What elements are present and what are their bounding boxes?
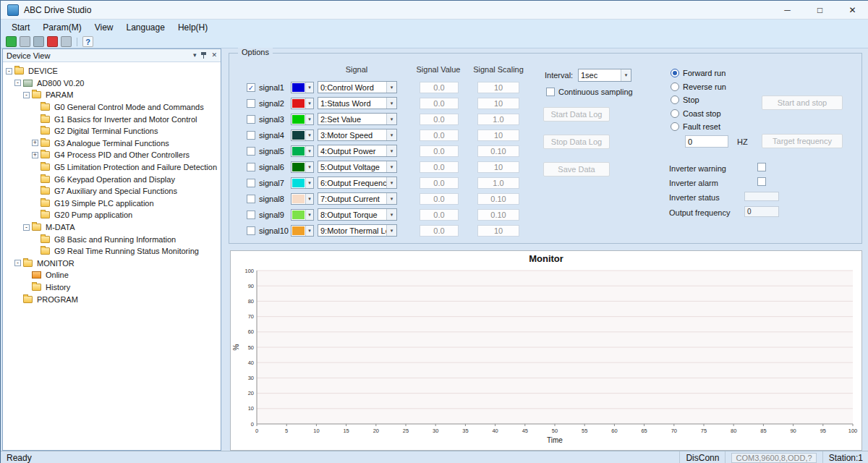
- tree-item-history[interactable]: History: [3, 281, 221, 294]
- tree-item-g4-process-pid-and-other-controllers[interactable]: +G4 Process PID and Other Controllers: [3, 149, 221, 161]
- start-data-log-button[interactable]: Start Data Log: [543, 107, 610, 122]
- signal7-color-picker[interactable]: ▾: [291, 177, 314, 189]
- signal7-checkbox[interactable]: [247, 179, 255, 187]
- signal6-select[interactable]: 5:Output Voltage▾: [318, 161, 397, 173]
- signal9-scaling[interactable]: 0.10: [477, 209, 519, 221]
- signal1-checkbox[interactable]: ✓: [247, 83, 255, 92]
- signal10-scaling[interactable]: 10: [477, 225, 519, 237]
- signal1-scaling[interactable]: 10: [477, 82, 519, 93]
- help-icon[interactable]: ?: [82, 36, 93, 47]
- close-button[interactable]: ✕: [836, 1, 868, 19]
- tree-item-ad800-v0-20[interactable]: -AD800 V0.20: [3, 77, 221, 90]
- tree-item-param[interactable]: -PARAM: [3, 89, 221, 101]
- expand-icon[interactable]: +: [32, 152, 38, 158]
- tree-item-device[interactable]: -DEVICE: [3, 65, 221, 77]
- maximize-button[interactable]: □: [804, 1, 836, 19]
- signal4-scaling[interactable]: 10: [477, 129, 519, 141]
- signal2-color-picker[interactable]: ▾: [291, 98, 314, 109]
- chevron-down-icon[interactable]: ▾: [193, 52, 197, 59]
- signal5-checkbox[interactable]: [247, 147, 255, 156]
- stop-data-log-button[interactable]: Stop Data Log: [543, 135, 610, 149]
- tree-item-g6-keypad-operation-and-display[interactable]: G6 Keypad Operation and Display: [3, 173, 221, 185]
- save-data-button[interactable]: Save Data: [543, 162, 610, 177]
- signal3-color-picker[interactable]: ▾: [291, 114, 314, 125]
- signal2-select[interactable]: 1:Status Word▾: [318, 97, 397, 109]
- tree-item-g19-simple-plc-application[interactable]: G19 Simple PLC application: [3, 197, 221, 210]
- read-params-icon[interactable]: [20, 36, 30, 47]
- tree-item-g20-pump-application[interactable]: G20 Pump application: [3, 209, 221, 221]
- tree-item-g7-auxiliary-and-special-functions[interactable]: G7 Auxiliary and Special Functions: [3, 185, 221, 197]
- continuous-sampling-checkbox[interactable]: Continuous sampling: [546, 88, 633, 96]
- target-frequency-button[interactable]: Target frequency: [762, 134, 843, 148]
- connect-icon[interactable]: [6, 36, 17, 47]
- signal3-checkbox[interactable]: [247, 115, 255, 124]
- radio-reverse-run[interactable]: Reverse run: [671, 82, 726, 92]
- monitor-icon[interactable]: [61, 36, 72, 47]
- signal8-scaling[interactable]: 0.10: [477, 193, 519, 205]
- signal1-select[interactable]: 0:Control Word▾: [318, 81, 397, 93]
- signal4-color-picker[interactable]: ▾: [291, 129, 314, 141]
- signal2-checkbox[interactable]: [247, 99, 255, 108]
- signal10-color-picker[interactable]: ▾: [291, 225, 314, 237]
- signal1-color-picker[interactable]: ▾: [291, 82, 314, 93]
- signal3-select[interactable]: 2:Set Value▾: [318, 113, 397, 125]
- menu-view[interactable]: View: [88, 20, 120, 35]
- menu-param-m[interactable]: Param(M): [36, 20, 88, 35]
- close-icon[interactable]: ✕: [211, 52, 217, 59]
- tree-item-g1-basics-for-inverter-and-motor-control[interactable]: G1 Basics for Inverter and Motor Control: [3, 113, 221, 125]
- tree-item-m-data[interactable]: -M-DATA: [3, 221, 221, 234]
- signal2-scaling[interactable]: 10: [477, 98, 519, 109]
- signal7-select[interactable]: 6:Output Frequency▾: [318, 177, 397, 189]
- signal10-checkbox[interactable]: [247, 226, 255, 235]
- tree-item-online[interactable]: Online: [3, 269, 221, 281]
- tree-item-g9-real-time-running-status-monitoring[interactable]: G9 Real Time Running Status Monitoring: [3, 245, 221, 258]
- signal7-scaling[interactable]: 1.0: [477, 177, 519, 189]
- radio-fault-reset[interactable]: Fault reset: [671, 122, 720, 132]
- signal-label: signal2: [259, 99, 291, 108]
- signal4-select[interactable]: 3:Motor Speed▾: [318, 129, 397, 141]
- signal6-scaling[interactable]: 10: [477, 161, 519, 173]
- start-and-stop-button[interactable]: Start and stop: [762, 95, 843, 110]
- signal6-checkbox[interactable]: [247, 163, 255, 171]
- signal9-color-picker[interactable]: ▾: [291, 209, 314, 221]
- signal3-scaling[interactable]: 1.0: [477, 114, 519, 125]
- signal5-color-picker[interactable]: ▾: [291, 145, 314, 157]
- frequency-input[interactable]: 0: [685, 135, 728, 148]
- minimize-button[interactable]: ─: [771, 1, 804, 19]
- radio-coast-stop[interactable]: Coast stop: [671, 109, 721, 119]
- radio-forward-run[interactable]: Forward run: [671, 68, 726, 78]
- signal4-checkbox[interactable]: [247, 131, 255, 140]
- expand-icon[interactable]: +: [32, 140, 38, 146]
- tree-item-g3-analogue-terminal-functions[interactable]: +G3 Analogue Terminal Functions: [3, 137, 221, 150]
- tree-item-g0-general-control-mode-and-commands[interactable]: G0 General Control Mode and Commands: [3, 101, 221, 114]
- signal9-select[interactable]: 8:Output Torque▾: [318, 208, 397, 221]
- menu-start[interactable]: Start: [5, 20, 36, 35]
- collapse-icon[interactable]: -: [6, 68, 12, 75]
- inverter-alarm-checkbox[interactable]: [757, 177, 766, 186]
- tree-item-g8-basic-and-running-information[interactable]: G8 Basic and Running Information: [3, 233, 221, 245]
- signal9-checkbox[interactable]: [247, 211, 255, 219]
- collapse-icon[interactable]: -: [23, 224, 30, 231]
- signal6-color-picker[interactable]: ▾: [291, 161, 314, 173]
- pin-icon[interactable]: [200, 52, 207, 59]
- signal8-color-picker[interactable]: ▾: [291, 193, 314, 205]
- write-params-icon[interactable]: [33, 36, 44, 47]
- disconnect-icon[interactable]: [47, 36, 58, 47]
- interval-select[interactable]: 1sec ▾: [578, 69, 631, 82]
- radio-stop[interactable]: Stop: [671, 95, 699, 105]
- signal8-select[interactable]: 7:Output Current▾: [318, 192, 397, 205]
- tree-item-g2-digital-terminal-functions[interactable]: G2 Digital Terminal Functions: [3, 125, 221, 137]
- tree-item-g5-limitation-protection-and-failure-detection[interactable]: G5 Limitation Protection and Failure Det…: [3, 161, 221, 174]
- signal5-select[interactable]: 4:Output Power▾: [318, 145, 397, 157]
- collapse-icon[interactable]: -: [23, 92, 30, 98]
- signal8-checkbox[interactable]: [247, 195, 255, 203]
- collapse-icon[interactable]: -: [14, 260, 21, 266]
- menu-language[interactable]: Language: [119, 20, 171, 35]
- tree-item-program[interactable]: PROGRAM: [3, 293, 221, 305]
- collapse-icon[interactable]: -: [14, 80, 21, 86]
- signal10-select[interactable]: 9:Motor Thermal Load▾: [318, 224, 397, 237]
- tree-item-monitor[interactable]: -MONITOR: [3, 258, 221, 270]
- menu-help-h[interactable]: Help(H): [171, 20, 214, 35]
- inverter-warning-checkbox[interactable]: [757, 163, 766, 171]
- signal5-scaling[interactable]: 0.10: [477, 145, 519, 157]
